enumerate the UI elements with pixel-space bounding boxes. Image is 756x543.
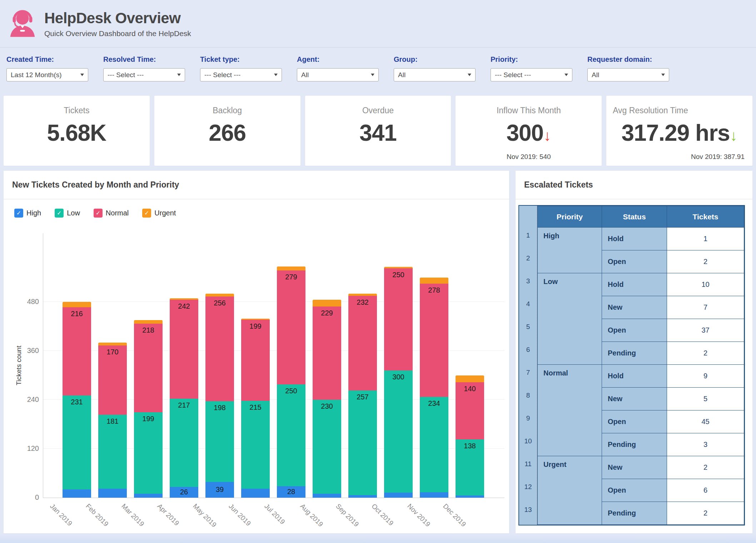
bar-segment-urgent[interactable] xyxy=(277,266,305,270)
bar-segment-normal[interactable]: 229 xyxy=(313,307,341,400)
row-number: 2 xyxy=(519,250,537,273)
x-tick-label: Sep 2019 xyxy=(334,502,360,528)
bar-dec-2019[interactable]: 138140 xyxy=(456,375,484,498)
bar-segment-high[interactable]: 26 xyxy=(170,487,198,498)
kpi-value: 5.68K xyxy=(4,121,150,145)
x-tick-label: Aug 2019 xyxy=(298,502,324,528)
bar-sep-2019[interactable]: 257232 xyxy=(348,294,377,498)
page-subtitle: Quick Overview Dashboard of the HelpDesk xyxy=(44,29,191,38)
bar-jul-2019[interactable]: 28250279 xyxy=(277,266,305,498)
select-value: --- Select --- xyxy=(108,71,144,79)
bar-jan-2019[interactable]: 231216 xyxy=(63,302,91,498)
bottom-fade xyxy=(0,534,756,543)
chart-title: New Tickets Created by Month and Priorit… xyxy=(4,171,509,190)
bar-segment-normal[interactable]: 140 xyxy=(456,382,484,439)
filter-group: Group: All xyxy=(394,55,476,92)
bar-mar-2019[interactable]: 199218 xyxy=(134,320,163,498)
bar-segment-normal[interactable]: 170 xyxy=(98,345,127,415)
bar-segment-high[interactable]: 28 xyxy=(277,486,305,498)
bar-segment-low[interactable]: 198 xyxy=(205,401,234,482)
bar-segment-high[interactable] xyxy=(63,489,91,498)
bar-segment-urgent[interactable] xyxy=(241,319,270,320)
bar-segment-high[interactable] xyxy=(348,495,377,498)
bar-segment-high[interactable] xyxy=(384,493,413,498)
bar-segment-normal[interactable]: 250 xyxy=(384,268,413,370)
bar-segment-low[interactable]: 231 xyxy=(63,395,91,490)
kpi-value: 266 xyxy=(154,121,300,145)
bar-value-label: 138 xyxy=(456,442,484,450)
x-tick-label: Jan 2019 xyxy=(48,502,74,528)
bar-segment-low[interactable]: 181 xyxy=(98,415,127,489)
bar-segment-normal[interactable]: 232 xyxy=(348,296,377,390)
bar-segment-urgent[interactable] xyxy=(313,300,341,306)
bar-segment-urgent[interactable] xyxy=(456,375,484,382)
filter-label: Ticket type: xyxy=(200,55,282,64)
bar-segment-high[interactable] xyxy=(456,495,484,498)
ticket-type-select[interactable]: --- Select --- xyxy=(200,68,282,81)
resolved-time-select[interactable]: --- Select --- xyxy=(103,68,185,81)
bar-segment-normal[interactable]: 218 xyxy=(134,324,163,413)
status-cell: New xyxy=(602,388,667,410)
bar-segment-normal[interactable]: 216 xyxy=(63,307,91,395)
bar-segment-low[interactable]: 257 xyxy=(348,390,377,495)
gutter-spacer xyxy=(519,206,537,227)
bar-segment-low[interactable]: 230 xyxy=(313,400,341,494)
bar-segment-low[interactable]: 234 xyxy=(420,397,448,492)
bar-segment-urgent[interactable] xyxy=(63,302,91,307)
bar-segment-low[interactable]: 250 xyxy=(277,384,305,486)
bar-segment-urgent[interactable] xyxy=(134,320,163,323)
y-tick-label: 480 xyxy=(20,298,39,306)
tickets-count-cell: 2 xyxy=(667,250,744,273)
checkbox-checked-icon: ✓ xyxy=(94,209,103,218)
bar-segment-low[interactable]: 300 xyxy=(384,370,413,493)
bar-segment-low[interactable]: 199 xyxy=(134,412,163,493)
bar-segment-urgent[interactable] xyxy=(348,294,377,296)
bar-aug-2019[interactable]: 230229 xyxy=(313,300,341,498)
bar-segment-low[interactable]: 138 xyxy=(456,439,484,496)
bar-segment-high[interactable]: 39 xyxy=(205,482,234,498)
bar-segment-high[interactable] xyxy=(420,492,448,498)
bar-segment-urgent[interactable] xyxy=(170,298,198,300)
bar-jun-2019[interactable]: 215199 xyxy=(241,319,270,498)
bar-segment-high[interactable] xyxy=(98,489,127,498)
status-cell: Open xyxy=(602,479,667,502)
bar-segment-urgent[interactable] xyxy=(420,278,448,284)
table-header-row: PriorityStatusTickets xyxy=(538,206,744,228)
bar-segment-normal[interactable]: 199 xyxy=(241,320,270,401)
bar-segment-urgent[interactable] xyxy=(205,294,234,297)
bar-nov-2019[interactable]: 234278 xyxy=(420,278,448,498)
bar-segment-low[interactable]: 215 xyxy=(241,401,270,489)
legend-item-normal[interactable]: ✓Normal xyxy=(94,209,129,218)
bar-apr-2019[interactable]: 26217242 xyxy=(170,298,198,498)
agent-select[interactable]: All xyxy=(297,68,379,81)
bar-segment-normal[interactable]: 279 xyxy=(277,270,305,384)
bar-segment-high[interactable] xyxy=(134,494,163,498)
chevron-down-icon xyxy=(274,74,278,76)
bar-oct-2019[interactable]: 300250 xyxy=(384,267,413,498)
tickets-count-cell: 2 xyxy=(667,456,744,479)
bar-segment-normal[interactable]: 256 xyxy=(205,297,234,401)
created-time-select[interactable]: Last 12 Month(s) xyxy=(6,68,88,81)
bar-may-2019[interactable]: 39198256 xyxy=(205,294,234,498)
page-title: HelpDesk Overview xyxy=(44,10,191,27)
group-select[interactable]: All xyxy=(394,68,476,81)
requester-domain-select[interactable]: All xyxy=(587,68,669,81)
bar-segment-urgent[interactable] xyxy=(384,267,413,269)
priority-select[interactable]: --- Select --- xyxy=(491,68,572,81)
bar-segment-low[interactable]: 217 xyxy=(170,399,198,487)
bar-segment-high[interactable] xyxy=(241,489,270,498)
filter-bar: Created Time: Last 12 Month(s) Resolved … xyxy=(0,48,756,92)
bar-segment-urgent[interactable] xyxy=(98,343,127,345)
bar-segment-normal[interactable]: 278 xyxy=(420,284,448,397)
stacked-bar-plot: 0120240360480231216Jan 2019181170Feb 201… xyxy=(43,233,504,498)
row-number: 13 xyxy=(519,502,537,524)
table-row: LowHold10 xyxy=(538,273,744,296)
table-title: Escalated Tickets xyxy=(516,171,752,190)
bar-segment-high[interactable] xyxy=(313,494,341,498)
legend-item-high[interactable]: ✓High xyxy=(14,209,41,218)
bar-segment-normal[interactable]: 242 xyxy=(170,300,198,398)
legend-item-urgent[interactable]: ✓Urgent xyxy=(142,209,176,218)
legend-item-low[interactable]: ✓Low xyxy=(55,209,80,218)
filter-label: Priority: xyxy=(491,55,572,64)
bar-feb-2019[interactable]: 181170 xyxy=(98,343,127,498)
